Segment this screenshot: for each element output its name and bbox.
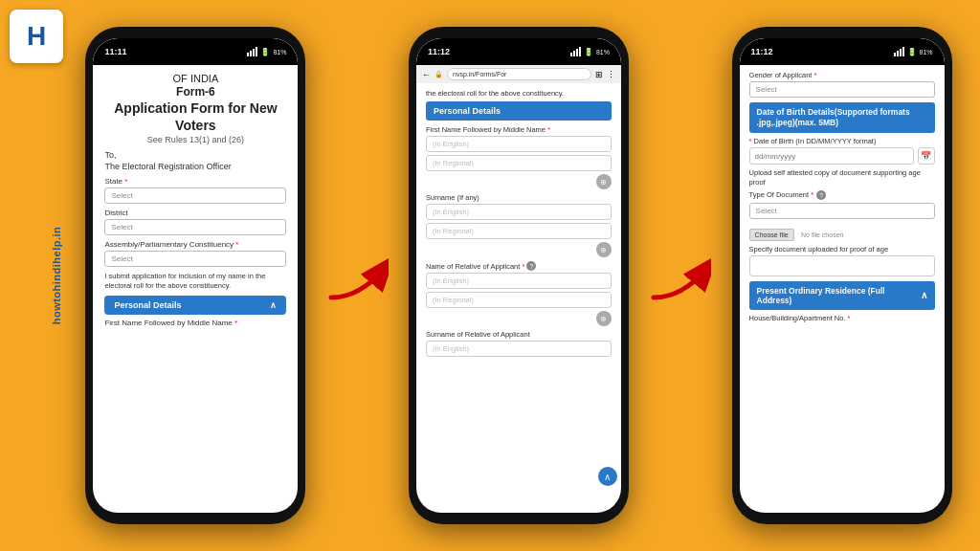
phone-3-time: 11:12 — [751, 47, 773, 56]
phone-3-battery: 81% — [920, 49, 933, 55]
arrow-1-container — [323, 245, 390, 307]
phone-3-screen: 11:12 🔋 81% Gender of Applicant * — [740, 38, 945, 513]
arrow-2-svg — [649, 245, 711, 307]
signal-bar-4 — [256, 47, 257, 56]
phone-2-battery: 81% — [596, 49, 610, 55]
phone-2-status: 🔋 81% — [570, 47, 610, 56]
p2-collapse-btn[interactable]: ∧ — [598, 467, 617, 486]
p3-gender-label: Gender of Applicant * — [749, 71, 935, 79]
more-options-icon[interactable]: ⋮ — [607, 70, 615, 79]
p2-fn-reg-input[interactable]: (In Regional) — [426, 155, 612, 171]
phone-1-content: OF INDIA Form-6 Application Form for New… — [93, 65, 298, 513]
signal-bar-2 — [250, 51, 252, 56]
p1-assembly-select[interactable]: Select — [104, 251, 286, 267]
url-bar[interactable]: nvsp.in/Forms/For — [447, 68, 591, 80]
signal-bar-1 — [247, 53, 249, 56]
p3-house-label: House/Building/Apartment No. * — [749, 314, 935, 322]
expand-btn-2[interactable]: ⊕ — [596, 242, 612, 257]
p2-browser-bar: ← 🔒 nvsp.in/Forms/For ⊞ ⋮ — [416, 65, 621, 83]
p2-surname-relative-input[interactable]: (In English) — [426, 341, 612, 357]
phone-2: 11:12 🔋 81% ← 🔒 nvsp. — [409, 27, 629, 524]
p3-gender-select[interactable]: Select — [749, 81, 935, 98]
p2-fn-label: First Name Followed by Middle Name * — [426, 125, 612, 134]
p2-surname-reg-input[interactable]: (In Regional) — [426, 223, 612, 239]
battery-icon-3: 🔋 — [907, 48, 917, 56]
phone-3-notch — [818, 38, 866, 50]
p2-surname-label: Surname (If any) — [426, 193, 612, 202]
p2-relative-en-input[interactable]: (In English) — [426, 273, 612, 289]
no-file-text: No file chosen — [801, 231, 843, 238]
p1-assembly-label: Assembly/Parliamentary Constituency * — [104, 240, 286, 249]
watermark-text: howtohindihelp.in — [51, 227, 62, 325]
p2-section-header: Personal Details — [426, 101, 612, 121]
phone-2-screen: 11:12 🔋 81% ← 🔒 nvsp. — [416, 38, 621, 513]
logo-box: H — [10, 10, 63, 63]
p1-state-select[interactable]: Select — [104, 187, 286, 204]
new-tab-icon[interactable]: ⊞ — [595, 70, 603, 79]
p3-type-doc-label: Type Of Document * — [749, 190, 814, 199]
p2-collapse-area: ∧ — [598, 467, 617, 486]
phone-2-top-bar: 11:12 🔋 81% — [416, 38, 621, 65]
phone-2-time: 11:12 — [428, 47, 450, 56]
phone-3: 11:12 🔋 81% Gender of Applicant * — [732, 27, 952, 524]
p2-fn-en-input[interactable]: (In English) — [426, 136, 612, 152]
p1-title-main: Application Form for New Voters — [104, 99, 286, 134]
relative-help-icon[interactable]: ? — [526, 261, 536, 271]
p1-district-label: District — [104, 209, 286, 217]
logo-area: H — [10, 10, 67, 67]
p2-surname-en-input[interactable]: (In English) — [426, 204, 612, 220]
p3-dob-section: Date of Birth Details(Supported formats … — [749, 102, 935, 133]
signal-bars-2 — [570, 47, 581, 56]
p1-subtitle: See Rules 13(1) and (26) — [104, 135, 286, 144]
p3-doc-select[interactable]: Select — [749, 203, 935, 219]
logo-letter: H — [27, 21, 46, 52]
phone-2-notch — [495, 38, 543, 50]
p3-dob-label: * Date of Birth (In DD/MM/YYYY format) — [749, 137, 935, 145]
calendar-icon[interactable]: 📅 — [918, 147, 935, 165]
signal-bar-3 — [253, 49, 255, 56]
p1-officer: The Electoral Registration Officer — [104, 162, 286, 171]
p3-residence-header: Present Ordinary Residence (Full Address… — [749, 281, 935, 310]
p1-to: To, — [104, 150, 286, 160]
phone-1-top-bar: 11:11 🔋 81% — [93, 38, 298, 65]
p3-type-doc-row: Type Of Document * ? — [749, 190, 935, 201]
chevron-up-icon: ∧ — [270, 300, 277, 310]
p2-intro: the electoral roll for the above constit… — [426, 89, 612, 98]
p1-state-label: State * — [104, 177, 286, 186]
arrow-1-svg — [326, 245, 389, 307]
back-icon[interactable]: ← — [422, 70, 431, 79]
p1-fn-label: First Name Followed by Middle Name * — [104, 319, 286, 327]
phone-3-status: 🔋 81% — [894, 47, 933, 56]
arrow-2-container — [647, 245, 714, 307]
phone-1: 11:11 🔋 81% OF INDIA Form-6 Appli — [85, 27, 305, 524]
signal-bars — [247, 47, 257, 56]
field-divider-2: ⊕ — [426, 242, 612, 257]
expand-btn-3[interactable]: ⊕ — [596, 311, 612, 326]
signal-bars-3 — [894, 47, 904, 56]
battery-icon-2: 🔋 — [584, 48, 593, 56]
phone-1-notch — [171, 38, 219, 50]
field-divider-3: ⊕ — [426, 311, 612, 326]
battery-icon: 🔋 — [260, 48, 270, 56]
phone-3-top-bar: 11:12 🔋 81% — [740, 38, 945, 65]
p3-file-upload-row: Choose file No file chosen — [749, 224, 935, 241]
p1-submit-text: I submit application for inclusion of my… — [104, 272, 286, 291]
phone-3-content: Gender of Applicant * Select Date of Bir… — [740, 65, 945, 513]
choose-file-btn[interactable]: Choose file — [749, 229, 794, 241]
phone-1-status: 🔋 81% — [247, 47, 286, 56]
p1-title-small: OF INDIA — [104, 73, 286, 84]
p2-relative-reg-input[interactable]: (In Regional) — [426, 292, 612, 308]
expand-btn-1[interactable]: ⊕ — [596, 174, 612, 189]
p3-dob-input[interactable] — [749, 147, 914, 165]
phones-container: 11:11 🔋 81% OF INDIA Form-6 Appli — [77, 19, 961, 532]
p1-personal-details-btn[interactable]: Personal Details ∧ — [104, 296, 286, 315]
p1-district-select[interactable]: Select — [104, 219, 286, 235]
phone-2-content: the electoral roll for the above constit… — [416, 83, 621, 513]
p3-specify-input[interactable] — [749, 255, 935, 276]
type-doc-help-icon[interactable]: ? — [816, 190, 826, 200]
phone-1-screen: 11:11 🔋 81% OF INDIA Form-6 Appli — [93, 38, 298, 513]
p2-surname-relative-label: Surname of Relative of Applicant — [426, 330, 612, 339]
residence-chevron-icon[interactable]: ∧ — [921, 290, 927, 300]
phone-1-time: 11:11 — [104, 47, 126, 56]
p1-title-form: Form-6 — [104, 85, 286, 99]
